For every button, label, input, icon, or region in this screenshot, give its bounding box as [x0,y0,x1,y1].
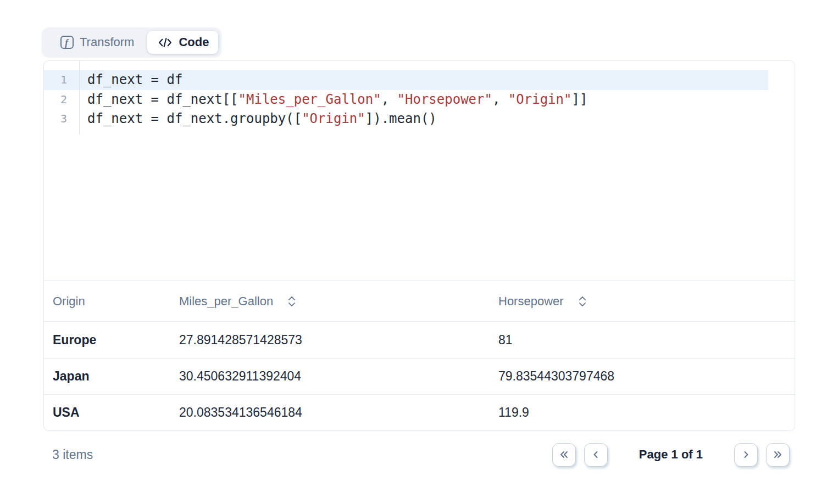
tab-transform[interactable]: f Transform [45,31,147,54]
table-row-usa: USA 20.083534136546184 119.9 [44,394,795,430]
page-indicator: Page 1 of 1 [639,447,703,462]
pagination: Page 1 of 1 [552,443,795,467]
column-header-origin: Origin [44,294,179,309]
cell-origin: Europe [44,333,179,348]
previous-page-button[interactable] [584,443,608,467]
first-page-button[interactable] [552,443,576,467]
cell-horsepower: 81 [498,333,795,348]
line-number-2: 2 [44,90,79,110]
tab-transform-label: Transform [80,35,134,49]
code-line-3: 3 df_next = df_next.groupby(["Origin"]).… [44,109,795,129]
sort-button-miles-per-gallon[interactable] [287,294,297,309]
chevron-left-icon [589,448,602,461]
items-count: 3 items [43,447,93,462]
code-editor[interactable]: 1 df_next = df 2 df_next = df_next[["Mil… [44,61,795,281]
double-chevron-right-icon [771,448,785,461]
column-header-miles-per-gallon: Miles_per_Gallon [179,294,498,309]
line-number-1: 1 [44,70,79,90]
cell-origin: USA [44,405,179,420]
code-line-1-text[interactable]: df_next = df [79,70,768,90]
cell-miles-per-gallon: 30.450632911392404 [179,369,498,384]
table-header-row: Origin Miles_per_Gallon Horsepower [44,281,795,322]
gutter-divider [79,61,80,135]
line-number-3: 3 [44,109,79,129]
cell-origin: Japan [44,369,179,384]
tab-code-label: Code [179,35,209,49]
double-chevron-left-icon [557,448,570,461]
next-page-button[interactable] [734,443,758,467]
cell-miles-per-gallon: 20.083534136546184 [179,405,498,420]
function-icon: f [60,36,74,49]
view-switcher: f Transform Code [42,27,221,57]
table-row-europe: Europe 27.891428571428573 81 [44,322,795,358]
code-line-1: 1 df_next = df [44,70,795,90]
chevron-right-icon [740,448,753,461]
cell-miles-per-gallon: 27.891428571428573 [179,333,498,348]
sort-icon [287,294,297,309]
sort-button-horsepower[interactable] [577,294,587,309]
last-page-button[interactable] [766,443,790,467]
code-line-3-text[interactable]: df_next = df_next.groupby(["Origin"]).me… [79,109,768,129]
cell-horsepower: 119.9 [498,405,795,420]
table-row-japan: Japan 30.450632911392404 79.835443037974… [44,358,795,394]
tab-code[interactable]: Code [147,31,218,54]
sort-icon [577,294,587,309]
code-icon [158,36,173,49]
code-line-2: 2 df_next = df_next[["Miles_per_Gallon",… [44,90,795,110]
cell-horsepower: 79.83544303797468 [498,369,795,384]
column-header-horsepower: Horsepower [498,294,795,309]
table-footer: 3 items Page 1 of 1 [43,439,795,470]
code-line-2-text[interactable]: df_next = df_next[["Miles_per_Gallon", "… [79,90,768,110]
transform-panel: 1 df_next = df 2 df_next = df_next[["Mil… [43,60,795,431]
